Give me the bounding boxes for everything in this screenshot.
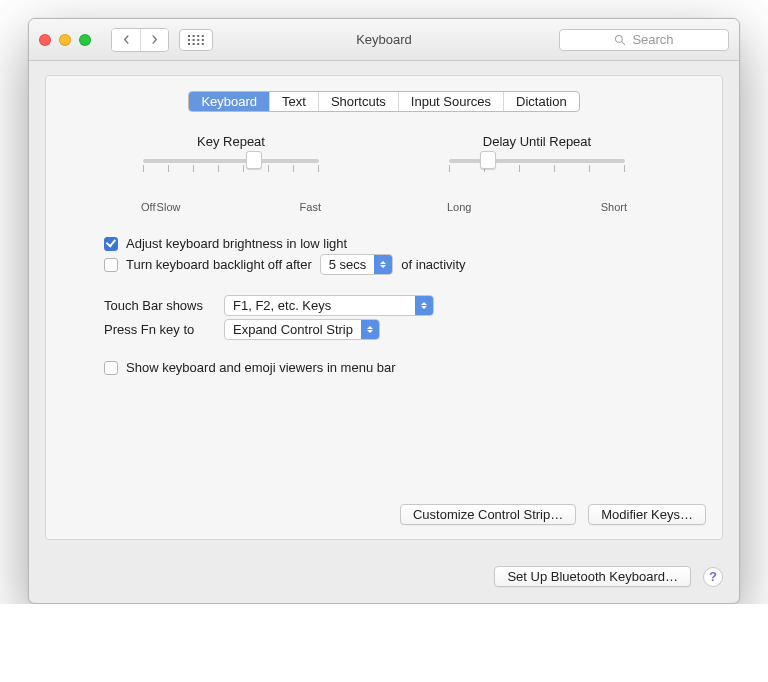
- adjust-brightness-checkbox[interactable]: [104, 237, 118, 251]
- svg-rect-9: [193, 43, 195, 45]
- content-area: Keyboard Text Shortcuts Input Sources Di…: [29, 61, 739, 556]
- tab-dictation[interactable]: Dictation: [503, 92, 579, 111]
- svg-rect-3: [202, 35, 204, 37]
- back-button[interactable]: [112, 29, 140, 51]
- key-repeat-labels: Off Slow Fast: [141, 201, 321, 213]
- forward-button[interactable]: [140, 29, 168, 51]
- delay-until-repeat-title: Delay Until Repeat: [447, 134, 627, 149]
- fn-key-row: Press Fn key to Expand Control Strip: [64, 319, 704, 340]
- svg-rect-4: [188, 39, 190, 41]
- fn-key-label: Press Fn key to: [104, 322, 216, 337]
- stepper-arrows-icon: [361, 320, 379, 339]
- window-footer: Set Up Bluetooth Keyboard… ?: [29, 556, 739, 603]
- search-field[interactable]: Search: [559, 29, 729, 51]
- key-repeat-title: Key Repeat: [141, 134, 321, 149]
- touch-bar-row: Touch Bar shows F1, F2, etc. Keys: [64, 295, 704, 316]
- key-repeat-ticks: [143, 165, 319, 172]
- show-viewers-checkbox[interactable]: [104, 361, 118, 375]
- adjust-brightness-row: Adjust keyboard brightness in low light: [64, 236, 704, 251]
- close-window-button[interactable]: [39, 34, 51, 46]
- key-repeat-thumb[interactable]: [246, 151, 262, 169]
- chevron-left-icon: [122, 35, 131, 44]
- backlight-off-select[interactable]: 5 secs: [320, 254, 394, 275]
- show-viewers-row: Show keyboard and emoji viewers in menu …: [64, 360, 704, 375]
- show-viewers-label: Show keyboard and emoji viewers in menu …: [126, 360, 396, 375]
- help-button[interactable]: ?: [703, 567, 723, 587]
- svg-rect-5: [193, 39, 195, 41]
- delay-labels: Long Short: [447, 201, 627, 213]
- fn-key-select[interactable]: Expand Control Strip: [224, 319, 380, 340]
- tab-shortcuts[interactable]: Shortcuts: [318, 92, 398, 111]
- tab-text[interactable]: Text: [269, 92, 318, 111]
- chevron-right-icon: [150, 35, 159, 44]
- svg-rect-2: [197, 35, 199, 37]
- backlight-off-label-post: of inactivity: [401, 257, 465, 272]
- backlight-off-checkbox[interactable]: [104, 258, 118, 272]
- delay-until-repeat-slider[interactable]: [447, 159, 627, 189]
- tabbar: Keyboard Text Shortcuts Input Sources Di…: [188, 91, 579, 112]
- grid-icon: [188, 35, 204, 45]
- tab-input-sources[interactable]: Input Sources: [398, 92, 503, 111]
- panel-footer-buttons: Customize Control Strip… Modifier Keys…: [400, 504, 706, 525]
- touch-bar-select[interactable]: F1, F2, etc. Keys: [224, 295, 434, 316]
- svg-rect-8: [188, 43, 190, 45]
- show-all-button[interactable]: [179, 29, 213, 51]
- svg-rect-7: [202, 39, 204, 41]
- setup-bluetooth-keyboard-button[interactable]: Set Up Bluetooth Keyboard…: [494, 566, 691, 587]
- svg-rect-10: [197, 43, 199, 45]
- svg-rect-11: [202, 43, 204, 45]
- traffic-lights: [39, 34, 91, 46]
- key-repeat-block: Key Repeat Off Slow Fast: [141, 134, 321, 213]
- modifier-keys-button[interactable]: Modifier Keys…: [588, 504, 706, 525]
- keyboard-panel: Keyboard Text Shortcuts Input Sources Di…: [45, 75, 723, 540]
- touch-bar-label: Touch Bar shows: [104, 298, 216, 313]
- zoom-window-button[interactable]: [79, 34, 91, 46]
- svg-rect-6: [197, 39, 199, 41]
- stepper-arrows-icon: [374, 255, 392, 274]
- key-repeat-slider[interactable]: [141, 159, 321, 189]
- stepper-arrows-icon: [415, 296, 433, 315]
- delay-until-repeat-block: Delay Until Repeat Long Short: [447, 134, 627, 213]
- tab-keyboard[interactable]: Keyboard: [189, 92, 269, 111]
- svg-rect-0: [188, 35, 190, 37]
- search-placeholder: Search: [632, 32, 673, 47]
- delay-ticks: [449, 165, 625, 172]
- tabs: Keyboard Text Shortcuts Input Sources Di…: [64, 91, 704, 112]
- preferences-window: Keyboard Search Keyboard Text Shortcuts …: [28, 18, 740, 604]
- backlight-off-row: Turn keyboard backlight off after 5 secs…: [64, 254, 704, 275]
- svg-line-13: [622, 41, 625, 44]
- nav-back-forward: [111, 28, 169, 52]
- adjust-brightness-label: Adjust keyboard brightness in low light: [126, 236, 347, 251]
- search-icon: [614, 34, 626, 46]
- minimize-window-button[interactable]: [59, 34, 71, 46]
- customize-control-strip-button[interactable]: Customize Control Strip…: [400, 504, 576, 525]
- sliders-row: Key Repeat Off Slow Fast: [64, 134, 704, 233]
- titlebar: Keyboard Search: [29, 19, 739, 61]
- delay-until-repeat-thumb[interactable]: [480, 151, 496, 169]
- backlight-off-label-pre: Turn keyboard backlight off after: [126, 257, 312, 272]
- svg-rect-1: [193, 35, 195, 37]
